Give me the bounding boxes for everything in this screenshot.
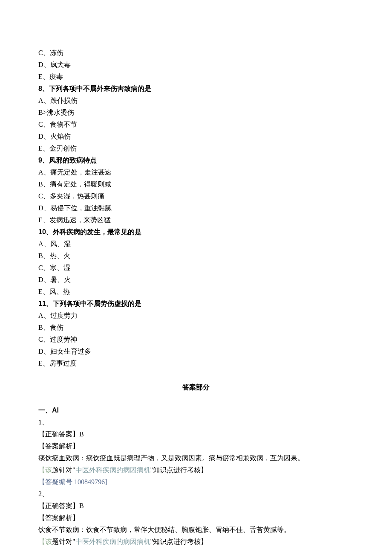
q9-option-e: E、发病迅速，来势凶猛 — [38, 214, 354, 226]
a1-note: 【该题针对"中医外科疾病的病因病机"知识点进行考核】 — [38, 464, 354, 476]
a1-correct: 【正确答案】B — [38, 428, 354, 440]
a1-note-tail: "知识点进行考核】 — [150, 466, 208, 474]
a1-ref-tail: 编号 100849796] — [59, 478, 107, 485]
q11-option-d: D、妇女生育过多 — [38, 346, 354, 357]
answers-section: 一、Al — [38, 404, 354, 416]
answers-header: 答案部分 — [38, 381, 354, 393]
q10-option-d: D、暑、火 — [38, 274, 354, 286]
q10-title: 10、外科疾病的发生，最常见的是 — [38, 226, 354, 238]
document-page: C、冻伤 D、疯犬毒 E、疫毒 8、下列各项中不属外来伤害致病的是 A、跌仆损伤… — [0, 0, 392, 555]
q10-option-b: B、热、火 — [38, 250, 354, 262]
q11-option-a: A、过度劳力 — [38, 310, 354, 322]
a2-correct: 【正确答案】B — [38, 500, 354, 512]
a1-note-topic: 中医外科疾病的病因病机 — [75, 466, 150, 474]
q10-option-e: E、风、热 — [38, 286, 354, 298]
q10-option-c: C、寒、湿 — [38, 262, 354, 274]
a2-note-pre: 【该 — [38, 538, 52, 545]
q9-title: 9、风邪的致病特点 — [38, 154, 354, 166]
q11-option-b: B、食伤 — [38, 322, 354, 334]
a1-ref-pre: 【答疑 — [38, 478, 59, 485]
a2-note-tail: "知识点进行考核】 — [150, 538, 208, 545]
q7-option-d: D、疯犬毒 — [38, 59, 354, 71]
q9-option-b: B、痛有定处，得暖则减 — [38, 178, 354, 190]
q8-option-a: A、跌仆损伤 — [38, 95, 354, 107]
q8-option-d: D、火焰伤 — [38, 131, 354, 142]
a1-number: 1、 — [38, 416, 354, 428]
a2-number: 2、 — [38, 488, 354, 500]
q11-title: 11、下列各项中不属劳伤虚损的是 — [38, 298, 354, 310]
a1-ref: 【答疑编号 100849796] — [38, 476, 354, 488]
q11-option-e: E、房事过度 — [38, 357, 354, 369]
q7-option-c: C、冻伤 — [38, 47, 354, 59]
a1-note-pre: 【该 — [38, 466, 52, 474]
q8-title: 8、下列各项中不属外来伤害致病的是 — [38, 83, 354, 95]
q9-option-c: C、多夹湿，热甚则痛 — [38, 190, 354, 202]
a2-note: 【该题针对"中医外科疾病的病因病机"知识点进行考核】 — [38, 536, 354, 548]
q7-option-e: E、疫毒 — [38, 71, 354, 83]
a1-note-mid1: 题针对" — [52, 466, 75, 474]
q8-option-e: E、金刃创伤 — [38, 142, 354, 154]
q8-option-c: C、食物不节 — [38, 119, 354, 131]
q8-option-b: B>沸水烫伤 — [38, 107, 354, 119]
a1-analysis-text: 痰饮瘀血致病：痰饮瘀血既是病理产物，又是致病因素。痰与瘀常相兼致病，互为因果。 — [38, 452, 354, 464]
q9-option-d: D、易侵下位，重浊黏腻 — [38, 202, 354, 214]
q9-option-a: A、痛无定处，走注甚速 — [38, 166, 354, 178]
q11-option-c: C、过度劳神 — [38, 334, 354, 346]
a2-note-topic: 中医外科疾病的病因病机 — [75, 538, 150, 545]
a2-note-mid1: 题针对" — [52, 538, 75, 545]
a1-analysis-label: 【答案解析】 — [38, 440, 354, 452]
a2-analysis-text: 饮食不节致病：饮食不节致病，常伴大便秘结、胸腹饱胀、胃纳不佳、舌苔黄腻等。 — [38, 524, 354, 536]
q10-option-a: A、风、湿 — [38, 238, 354, 250]
a2-analysis-label: 【答案解析】 — [38, 512, 354, 524]
